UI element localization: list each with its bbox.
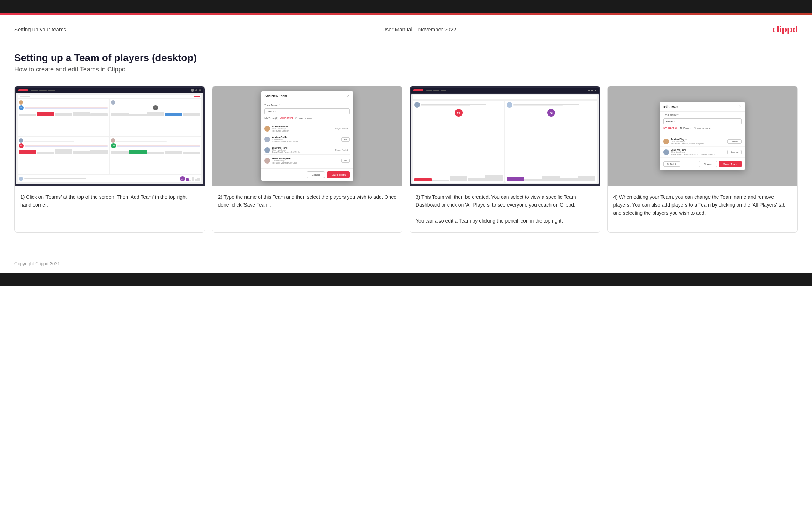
edit-team-modal: Edit Team ✕ Team Name * My Team (2) All … (660, 102, 745, 170)
tab-all-players[interactable]: All Players (680, 127, 691, 130)
player-name: Blair McHarg (272, 146, 331, 149)
player-club: 1 HandicapCentral London Golf Centre (272, 138, 339, 143)
player-info: Blair McHarg Plus HandicapRoyal North De… (272, 146, 331, 153)
edit-modal-tabs: My Team (2) All Players Filter by name (663, 127, 742, 132)
filter-by-name: Filter by name (295, 117, 312, 119)
page-content: Setting up a Team of players (desktop) H… (0, 41, 812, 261)
page-title: Setting up a Team of players (desktop) (14, 52, 798, 64)
header-doc-title: User Manual – November 2022 (382, 26, 456, 32)
edit-modal-header: Edit Team ✕ (660, 102, 745, 112)
page-subtitle: How to create and edit Teams in Clippd (14, 66, 798, 73)
remove-player-button[interactable]: Remove (727, 150, 742, 154)
filter-by-name: Filter by name (694, 127, 710, 129)
screenshot-3: 94 (410, 86, 600, 186)
modal-body: Team Name * My Team (2) All Players Filt… (261, 101, 353, 168)
avatar (264, 126, 270, 132)
step-card-1: 84 (14, 86, 205, 233)
tab-my-team[interactable]: My Team (2) (663, 127, 677, 130)
avatar (663, 139, 669, 144)
player-row: Adrian Player Plus HandicapThe Shire Lon… (264, 124, 350, 133)
trash-icon: 🗑 (666, 163, 669, 165)
player-name: Adrian Coliba (272, 136, 339, 138)
player-name: Blair McHarg (671, 149, 726, 151)
player-club: Plus HandicapRoyal North Devon Golf Club (272, 149, 331, 153)
avatar (264, 158, 270, 164)
bottom-bar (0, 273, 812, 286)
player-info: Blair McHarg Plus HandicapRoyal North De… (671, 149, 726, 155)
step-card-3: 94 (410, 86, 600, 233)
top-bar (0, 0, 812, 13)
clippd-logo: clippd (772, 23, 798, 35)
save-team-button[interactable]: Save Team (719, 161, 742, 167)
step-2-text: 2) Type the name of this Team and then s… (212, 186, 402, 232)
close-icon[interactable]: ✕ (347, 94, 350, 98)
player-name: Adrian Player (272, 125, 331, 128)
remove-player-button[interactable]: Remove (727, 139, 742, 144)
edit-modal-body: Team Name * My Team (2) All Players Filt… (660, 112, 745, 136)
filter-checkbox[interactable] (694, 127, 696, 129)
player-club: Plus HandicapThe Shire London, United Ki… (671, 140, 726, 145)
screenshot-1: 84 (15, 86, 205, 186)
team-name-input[interactable] (264, 108, 350, 114)
filter-checkbox[interactable] (295, 117, 297, 119)
step-card-4: Edit Team ✕ Team Name * My Team (2) All … (607, 86, 798, 233)
edit-modal-title: Edit Team (663, 105, 678, 108)
player-info: Adrian Player Plus HandicapThe Shire Lon… (671, 138, 726, 145)
modal-title: Add New Team (264, 94, 287, 98)
close-icon[interactable]: ✕ (739, 105, 742, 108)
step-3-text: 3) This Team will then be created. You c… (410, 186, 600, 232)
player-club: 3.5 HandicapThe Dog Maying Golf Club (272, 160, 339, 164)
screenshot-2: Add New Team ✕ Team Name * My Team (2) A… (212, 86, 402, 186)
avatar (264, 137, 270, 142)
steps-grid: 84 (14, 86, 798, 233)
edit-player-row: Blair McHarg Plus HandicapRoyal North De… (660, 147, 745, 158)
add-team-modal: Add New Team ✕ Team Name * My Team (2) A… (261, 91, 353, 181)
edit-modal-footer: 🗑 Delete Cancel Save Team (660, 158, 745, 170)
step-1-text: 1) Click on 'Teams' at the top of the sc… (15, 186, 205, 232)
player-info: Dave Billingham 3.5 HandicapThe Dog Mayi… (272, 157, 339, 164)
player-info: Adrian Coliba 1 HandicapCentral London G… (272, 136, 339, 143)
step-card-2: Add New Team ✕ Team Name * My Team (2) A… (212, 86, 403, 233)
player-added-button[interactable]: Player Added (333, 127, 350, 130)
tab-all-players[interactable]: All Players (280, 117, 293, 120)
player-info: Adrian Player Plus HandicapThe Shire Lon… (272, 125, 331, 132)
player-name: Dave Billingham (272, 157, 339, 160)
player-name: Adrian Player (671, 138, 726, 140)
player-club: Plus HandicapRoyal North Devon Golf Club… (671, 151, 726, 155)
player-row: Dave Billingham 3.5 HandicapThe Dog Mayi… (264, 156, 350, 165)
player-club: Plus HandicapThe Shire London (272, 128, 331, 132)
edit-footer-buttons: Cancel Save Team (699, 161, 742, 167)
modal-tabs: My Team (2) All Players Filter by name (264, 117, 350, 122)
avatar (663, 149, 669, 155)
avatar (264, 147, 270, 153)
player-list: Adrian Player Plus HandicapThe Shire Lon… (264, 124, 350, 165)
edit-player-row: Adrian Player Plus HandicapThe Shire Lon… (660, 136, 745, 147)
edit-team-name-label: Team Name * (663, 114, 742, 116)
header-section-label: Setting up your teams (14, 26, 66, 32)
cancel-button[interactable]: Cancel (699, 161, 717, 167)
header: Setting up your teams User Manual – Nove… (0, 15, 812, 41)
delete-button[interactable]: 🗑 Delete (663, 161, 680, 167)
save-team-button[interactable]: Save Team (327, 171, 350, 178)
tab-my-team[interactable]: My Team (2) (264, 117, 278, 120)
edit-team-name-input[interactable] (663, 118, 742, 124)
modal-header: Add New Team ✕ (261, 91, 353, 101)
footer: Copyright Clippd 2021 (0, 261, 812, 273)
player-row: Adrian Coliba 1 HandicapCentral London G… (264, 135, 350, 144)
add-player-button[interactable]: Add (341, 159, 350, 163)
add-player-button[interactable]: Add (341, 137, 350, 142)
copyright-text: Copyright Clippd 2021 (14, 261, 60, 266)
cancel-button[interactable]: Cancel (307, 171, 325, 178)
team-name-label: Team Name * (264, 104, 350, 106)
player-added-button[interactable]: Player Added (333, 148, 350, 152)
player-row: Blair McHarg Plus HandicapRoyal North De… (264, 145, 350, 155)
step-4-text: 4) When editing your Team, you can chang… (608, 186, 798, 232)
modal-footer: Cancel Save Team (261, 168, 353, 181)
screenshot-4: Edit Team ✕ Team Name * My Team (2) All … (608, 86, 798, 186)
